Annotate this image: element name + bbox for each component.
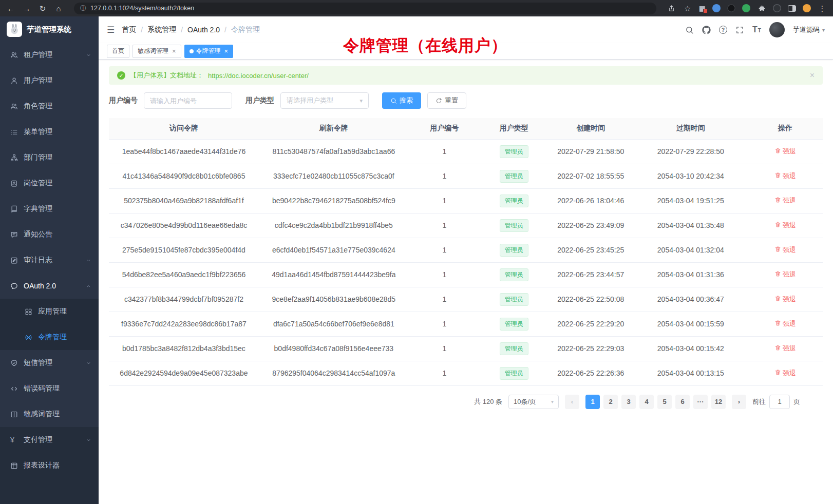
column-header: 用户类型 bbox=[480, 118, 548, 139]
sidebar-item-oauth2[interactable]: OAuth 2.0 bbox=[0, 273, 99, 299]
user-icon bbox=[10, 77, 18, 85]
force-logout-button[interactable]: 强退 bbox=[774, 369, 796, 378]
prev-page-button[interactable]: ‹ bbox=[565, 395, 579, 409]
extension-grid-icon[interactable]: ▦ bbox=[699, 5, 706, 12]
refresh-token-cell: be90422b8c7946218275a508bf524fc9 bbox=[259, 188, 409, 213]
sidebar-item-oauth2-application[interactable]: 应用管理 bbox=[0, 299, 99, 324]
force-logout-button[interactable]: 强退 bbox=[774, 295, 796, 304]
extensions-puzzle-icon[interactable] bbox=[757, 5, 766, 12]
code-icon bbox=[10, 385, 18, 393]
force-logout-button[interactable]: 强退 bbox=[774, 319, 796, 328]
address-bar[interactable]: ⓘ 127.0.0.1:1024/system/oauth2/token bbox=[74, 3, 656, 14]
created-time-cell: 2022-06-25 23:49:09 bbox=[548, 213, 634, 238]
tab-token[interactable]: 令牌管理× bbox=[184, 45, 234, 58]
sidebar-item-oauth2-token[interactable]: 令牌管理 bbox=[0, 324, 99, 350]
breadcrumb-item[interactable]: 首页 bbox=[122, 25, 136, 34]
force-logout-button[interactable]: 强退 bbox=[774, 171, 796, 181]
user-id-input[interactable] bbox=[144, 92, 232, 109]
browser-menu-icon[interactable]: ⋮ bbox=[818, 5, 827, 12]
force-logout-button[interactable]: 强退 bbox=[774, 344, 796, 353]
force-logout-button[interactable]: 强退 bbox=[774, 221, 796, 230]
page-button[interactable]: 12 bbox=[711, 395, 726, 409]
pay-icon: ¥ bbox=[10, 436, 18, 444]
expire-time-cell: 2054-03-04 00:13:15 bbox=[634, 361, 748, 385]
bookmark-star-icon[interactable]: ☆ bbox=[683, 5, 692, 12]
force-logout-button[interactable]: 强退 bbox=[774, 245, 796, 255]
sidebar-item-error-code[interactable]: 错误码管理 bbox=[0, 376, 99, 401]
tab-sensitive-word[interactable]: 敏感词管理× bbox=[132, 45, 181, 58]
dark-extension-icon[interactable] bbox=[727, 4, 735, 12]
doc-link[interactable]: https://doc.iocoder.cn/user-center/ bbox=[208, 72, 309, 80]
user-type-badge: 管理员 bbox=[500, 145, 528, 158]
green-extension-icon[interactable] bbox=[742, 4, 750, 12]
fullscreen-icon[interactable] bbox=[735, 26, 744, 34]
column-header: 用户编号 bbox=[409, 118, 480, 139]
next-page-button[interactable]: › bbox=[732, 395, 746, 409]
force-logout-button[interactable]: 强退 bbox=[774, 147, 796, 156]
page-button[interactable]: 3 bbox=[621, 395, 636, 409]
tab-home[interactable]: 首页 bbox=[107, 45, 129, 58]
page-size-select[interactable]: 10条/页 ▾ bbox=[508, 395, 559, 409]
sidebar-item-notice[interactable]: 通知公告 bbox=[0, 222, 99, 247]
breadcrumb-item[interactable]: 系统管理 bbox=[147, 25, 176, 34]
reset-button[interactable]: 重置 bbox=[427, 92, 466, 109]
page-button[interactable]: 2 bbox=[603, 395, 618, 409]
profile-avatar[interactable] bbox=[803, 4, 811, 12]
page-button[interactable]: 5 bbox=[657, 395, 672, 409]
page-button[interactable]: 4 bbox=[639, 395, 654, 409]
page-button[interactable]: 6 bbox=[675, 395, 690, 409]
dark-extension-icon-2[interactable] bbox=[773, 4, 781, 12]
expire-time-cell: 2054-03-10 20:42:34 bbox=[634, 164, 748, 188]
search-button[interactable]: 搜索 bbox=[382, 92, 421, 109]
github-icon[interactable] bbox=[702, 26, 711, 34]
forward-icon[interactable]: → bbox=[22, 5, 31, 12]
reload-icon[interactable]: ↻ bbox=[38, 5, 47, 12]
trash-icon bbox=[774, 270, 781, 279]
sidebar-item-report-designer[interactable]: 报表设计器 bbox=[0, 453, 99, 478]
sidebar-item-audit-log[interactable]: 审计日志 bbox=[0, 247, 99, 273]
sidebar-item-dept[interactable]: 部门管理 bbox=[0, 145, 99, 170]
tab-close-icon[interactable]: × bbox=[172, 48, 176, 54]
sidebar-item-user[interactable]: 用户管理 bbox=[0, 68, 99, 93]
sidebar-item-label: 错误码管理 bbox=[24, 384, 91, 393]
alert-close-icon[interactable]: × bbox=[810, 71, 815, 80]
blue-extension-icon[interactable] bbox=[712, 4, 721, 12]
force-logout-button[interactable]: 强退 bbox=[774, 196, 796, 205]
sidebar-item-sensitive-word[interactable]: 敏感词管理 bbox=[0, 401, 99, 427]
page-button[interactable]: 1 bbox=[585, 395, 600, 409]
goto-page-input[interactable] bbox=[769, 395, 790, 409]
sidebar: 芋道管理系统 租户管理用户管理角色管理菜单管理部门管理岗位管理字典管理通知公告审… bbox=[0, 16, 99, 504]
hamburger-icon[interactable]: ☰ bbox=[107, 26, 115, 34]
user-type-select[interactable]: 请选择用户类型 ▾ bbox=[280, 92, 369, 109]
sidebar-item-dict[interactable]: 字典管理 bbox=[0, 196, 99, 222]
sidebar-item-menu[interactable]: 菜单管理 bbox=[0, 119, 99, 145]
user-menu[interactable]: 芋道源码 ▾ bbox=[793, 25, 825, 34]
sidebar-item-pay[interactable]: ¥支付管理 bbox=[0, 427, 99, 453]
home-icon[interactable]: ⌂ bbox=[54, 5, 63, 12]
user-avatar[interactable] bbox=[769, 22, 785, 37]
back-icon[interactable]: ← bbox=[6, 5, 15, 12]
force-logout-button[interactable]: 强退 bbox=[774, 270, 796, 279]
font-size-icon[interactable]: TT bbox=[752, 26, 761, 34]
info-icon[interactable]: ⓘ bbox=[80, 4, 86, 13]
help-icon[interactable]: ? bbox=[719, 26, 727, 34]
more-pages-button[interactable]: ··· bbox=[693, 395, 708, 409]
tab-close-icon[interactable]: × bbox=[224, 48, 229, 54]
access-token-cell: 41c41346a548490f9dc8b01c6bfe0865 bbox=[109, 164, 259, 188]
sidebar-item-role[interactable]: 角色管理 bbox=[0, 93, 99, 119]
sidebar-item-sms[interactable]: 短信管理 bbox=[0, 350, 99, 376]
search-icon[interactable] bbox=[685, 26, 694, 34]
side-panel-icon[interactable] bbox=[788, 5, 796, 12]
trash-icon bbox=[774, 344, 781, 353]
share-icon[interactable] bbox=[667, 5, 676, 12]
access-token-cell: 275e5de9151045fe87cbdc395e004f4d bbox=[109, 238, 259, 262]
sidebar-item-tenant[interactable]: 租户管理 bbox=[0, 42, 99, 68]
app-grid-icon bbox=[25, 308, 33, 316]
org-tree-icon bbox=[10, 154, 18, 162]
user-type-badge: 管理员 bbox=[500, 170, 528, 183]
expire-time-cell: 2054-03-04 01:32:04 bbox=[634, 238, 748, 262]
access-token-cell: c347026e805e4d99b0d116eae66eda8c bbox=[109, 213, 259, 238]
people-icon bbox=[10, 51, 18, 59]
breadcrumb-item[interactable]: OAuth 2.0 bbox=[187, 26, 220, 34]
sidebar-item-post[interactable]: 岗位管理 bbox=[0, 170, 99, 196]
